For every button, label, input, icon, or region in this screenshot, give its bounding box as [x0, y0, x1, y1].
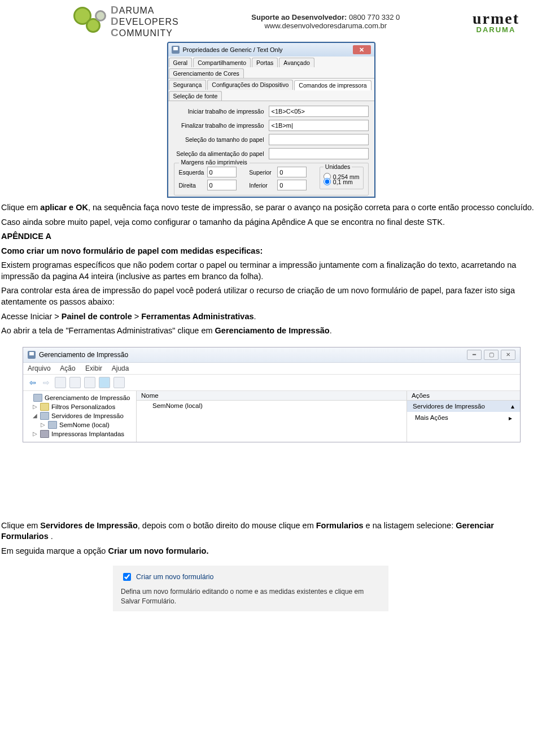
end-job-input[interactable]	[269, 120, 369, 131]
nav-forward-icon[interactable]: ⇨	[41, 378, 51, 387]
nonprintable-margins-group: Margens não imprimíveis Esquerda Direita…	[174, 163, 369, 195]
toolbar-icon[interactable]	[113, 377, 125, 388]
paragraph-8: Em seguida marque a opção Criar um novo …	[1, 546, 541, 557]
menu-ajuda[interactable]: Ajuda	[112, 364, 129, 372]
mmc-list-header: Nome	[137, 391, 406, 401]
actions-header: Ações	[407, 391, 520, 401]
mmc-actions-pane: Ações Servidores de Impressão ▴ Mais Açõ…	[407, 391, 520, 442]
appendix-heading: APÊNDICE A	[1, 231, 541, 242]
refresh-icon[interactable]	[84, 377, 95, 388]
tab-config-dispositivo[interactable]: Configurações do Dispositivo	[207, 80, 293, 90]
unit-01-label: 0,1 mm	[333, 179, 353, 185]
tab-gerenciamento-cores[interactable]: Gerenciamento de Cores	[169, 68, 244, 78]
tree-servers[interactable]: Servidores de Impressão	[51, 412, 124, 419]
server-icon	[141, 402, 149, 409]
close-icon[interactable]: ✕	[353, 45, 371, 54]
tree-filters[interactable]: Filtros Personalizados	[51, 403, 115, 410]
actions-group-label: Servidores de Impressão	[413, 403, 485, 410]
toolbar-icon[interactable]	[55, 377, 66, 388]
create-form-description: Defina um novo formulário editando o nom…	[121, 587, 381, 605]
article-body-2: Clique em Servidores de Impressão, depoi…	[0, 516, 542, 557]
header-support: Suporte ao Desenvolvedor: 0800 770 332 0…	[251, 13, 400, 30]
appendix-subheading: Como criar um novo formulário de papel c…	[1, 246, 541, 257]
printer-icon	[172, 46, 180, 54]
paragraph-3: Existem programas específicos que não po…	[1, 260, 541, 282]
tab-compartilhamento[interactable]: Compartilhamento	[193, 58, 251, 67]
page-header: DARUMA DEVELOPERS COMMUNITY Suporte ao D…	[0, 0, 542, 38]
mmc-list: Nome SemNome (local)	[137, 391, 407, 442]
paragraph-4: Para controlar esta área de impressão do…	[1, 285, 541, 307]
collapse-icon: ▴	[511, 402, 514, 410]
maximize-icon[interactable]: ▢	[484, 350, 499, 360]
begin-job-input[interactable]	[269, 106, 369, 117]
actions-group[interactable]: Servidores de Impressão ▴	[407, 401, 520, 412]
printer-properties-dialog: Propriedades de Generic / Text Only ✕ Ge…	[167, 42, 375, 198]
tab-geral[interactable]: Geral	[169, 58, 193, 67]
mmc-menubar: Arquivo Ação Exibir Ajuda	[23, 363, 520, 375]
paper-size-input[interactable]	[269, 134, 369, 145]
ddc-logo-text: DARUMA DEVELOPERS COMMUNITY	[111, 5, 179, 38]
dialog-tabs-row1: Geral Compartilhamento Portas Avançado G…	[168, 57, 374, 79]
paragraph-5: Acesse Iniciar > Painel de controle > Fe…	[1, 311, 541, 323]
create-form-checkbox[interactable]	[123, 573, 131, 581]
tree-deployed[interactable]: Impressoras Implantadas	[51, 431, 124, 437]
paragraph-1: Clique em aplicar e OK, na sequência faç…	[1, 202, 541, 214]
tab-seguranca[interactable]: Segurança	[169, 80, 207, 90]
paragraph-2: Caso ainda sobre muito papel, veja como …	[1, 217, 541, 228]
margin-bottom-input[interactable]	[277, 180, 307, 190]
ddc-logo: DARUMA DEVELOPERS COMMUNITY	[73, 5, 179, 38]
margin-left-label: Esquerda	[179, 169, 207, 176]
paper-feed-label: Seleção da alimentação do papel	[174, 150, 269, 157]
dialog-body: Iniciar trabalho de impressão Finalizar …	[168, 101, 374, 197]
folder-icon	[40, 403, 49, 411]
margin-top-input[interactable]	[277, 167, 307, 177]
begin-job-label: Iniciar trabalho de impressão	[174, 108, 269, 115]
unit-01-radio[interactable]	[324, 178, 331, 185]
tree-root-icon	[33, 394, 42, 402]
close-window-icon[interactable]: ✕	[501, 350, 515, 360]
dialog-title: Propriedades de Generic / Text Only	[183, 46, 283, 53]
margin-right-label: Direita	[179, 182, 207, 189]
list-item-label: SemNome (local)	[152, 402, 203, 409]
deployed-printers-icon	[40, 430, 49, 438]
margin-top-label: Superior	[249, 169, 277, 176]
toolbar-icon[interactable]	[69, 377, 81, 388]
mmc-titlebar: Gerenciamento de Impressão ━ ▢ ✕	[23, 347, 520, 363]
menu-arquivo[interactable]: Arquivo	[28, 364, 51, 372]
actions-item[interactable]: Mais Ações ▸	[407, 412, 520, 424]
paragraph-7: Clique em Servidores de Impressão, depoi…	[1, 520, 541, 542]
tree-root[interactable]: Gerenciamento de Impressão	[45, 394, 130, 401]
paragraph-6: Ao abrir a tela de "Ferramentas Administ…	[1, 325, 541, 337]
minimize-icon[interactable]: ━	[467, 350, 482, 360]
server-icon	[48, 421, 57, 429]
tab-selecao-fonte[interactable]: Seleção de fonte	[169, 91, 222, 101]
units-legend: Unidades	[324, 163, 352, 170]
server-folder-icon	[40, 412, 49, 420]
create-form-checkbox-label: Criar um novo formulário	[136, 573, 214, 581]
create-form-checkbox-panel: Criar um novo formulário Defina um novo …	[113, 566, 388, 611]
margin-bottom-label: Inferior	[249, 182, 277, 189]
menu-acao[interactable]: Ação	[60, 364, 75, 372]
mmc-toolbar: ⇦ ⇨	[23, 375, 520, 391]
end-job-label: Finalizar trabalho de impressão	[174, 122, 269, 129]
dialog-tabs-row2: Segurança Configurações do Dispositivo C…	[168, 79, 374, 101]
tab-avancado[interactable]: Avançado	[279, 58, 314, 67]
paper-feed-input[interactable]	[269, 148, 369, 159]
list-item[interactable]: SemNome (local)	[137, 401, 406, 411]
tab-comandos-impressora[interactable]: Comandos de impressora	[294, 80, 371, 90]
paper-size-label: Seleção do tamanho do papel	[174, 136, 269, 143]
mmc-printer-icon	[28, 351, 36, 359]
units-group: Unidades 0,254 mm 0,1 mm	[320, 167, 364, 189]
actions-item-label: Mais Ações	[415, 414, 448, 422]
menu-exibir[interactable]: Exibir	[85, 364, 102, 372]
chevron-right-icon: ▸	[509, 414, 512, 422]
margin-right-input[interactable]	[207, 180, 237, 190]
margin-left-input[interactable]	[207, 167, 237, 177]
nav-back-icon[interactable]: ⇦	[28, 378, 38, 387]
tree-server-item[interactable]: SemNome (local)	[59, 422, 110, 428]
ddc-circles-icon	[73, 5, 107, 38]
help-icon[interactable]	[99, 377, 110, 388]
mmc-title: Gerenciamento de Impressão	[39, 351, 128, 359]
tab-portas[interactable]: Portas	[252, 58, 278, 67]
margins-legend: Margens não imprimíveis	[179, 159, 250, 166]
